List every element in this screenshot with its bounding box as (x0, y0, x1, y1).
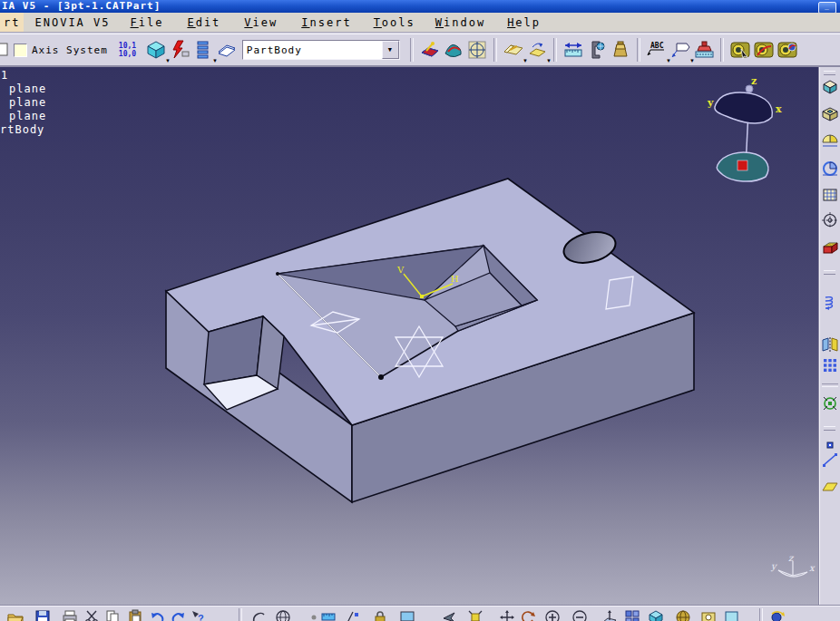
zoom-in-icon[interactable] (544, 609, 561, 621)
magnifier-icon[interactable] (724, 609, 740, 621)
wireframe-icon[interactable] (250, 609, 267, 621)
menu-edit[interactable]: Edit (183, 13, 224, 32)
compass-y-label: y (707, 97, 714, 109)
turntable-icon[interactable] (769, 609, 786, 621)
toolbar-separator (822, 383, 838, 387)
axis-system-checkbox[interactable] (14, 44, 27, 57)
triad-y-label: y (770, 561, 777, 572)
axis-system-label: Axis System (32, 44, 108, 56)
compass-upper-fan[interactable] (715, 92, 772, 123)
hole-icon[interactable] (821, 186, 839, 204)
clipped-icon (0, 39, 5, 61)
axis-snap-icon[interactable] (345, 609, 361, 621)
fly-mode-icon[interactable] (442, 609, 458, 621)
menu-window[interactable]: Window (432, 13, 489, 32)
shaft-icon[interactable] (821, 132, 839, 150)
render-tool-1-icon[interactable] (729, 39, 751, 61)
context-help-icon[interactable]: ? (190, 609, 207, 621)
toolbar-separator (553, 38, 557, 62)
paste-icon[interactable] (127, 609, 143, 621)
print-icon[interactable] (62, 609, 78, 621)
menu-tools[interactable]: Tools (370, 13, 419, 32)
globe-icon[interactable] (275, 609, 291, 621)
render-tool-2-icon[interactable] (753, 39, 775, 61)
specification-list-icon[interactable]: ▼ (192, 39, 214, 61)
render-tool-3-icon[interactable] (777, 39, 798, 61)
save-icon[interactable] (34, 609, 51, 621)
catalog-browser-icon[interactable] (216, 39, 238, 61)
screen-icon[interactable] (399, 609, 415, 621)
measure-item-icon[interactable] (586, 39, 608, 61)
units-display-icon[interactable]: 10,1 10,0 (119, 42, 141, 58)
menu-help[interactable]: Help (503, 13, 544, 32)
redo-icon[interactable] (170, 609, 186, 621)
svg-text:?: ? (198, 613, 204, 621)
helix-icon[interactable] (821, 294, 839, 312)
part-model[interactable]: V H z y x z y x (0, 67, 840, 606)
render-style-icon[interactable] (675, 609, 691, 621)
viewport-3d[interactable]: 1 plane plane plane rtBody (0, 67, 840, 606)
surfaces-icon[interactable] (443, 39, 464, 61)
menu-view[interactable]: View (240, 13, 281, 32)
menu-start-partial[interactable]: rt (0, 13, 24, 32)
main-toolbar: Axis System 10,1 10,0 ▼ ▼ PartBody ▼ ▼ ▼ (0, 34, 840, 67)
rectangular-pattern-icon[interactable] (821, 356, 839, 374)
lock-icon[interactable] (372, 609, 388, 621)
fit-all-in-icon[interactable] (467, 609, 483, 621)
plane-note-arrow-icon[interactable]: ▼ (526, 39, 548, 61)
scaling-icon[interactable] (821, 394, 839, 412)
multi-view-icon[interactable] (624, 609, 640, 621)
measure-between-icon[interactable] (562, 39, 584, 61)
toolbar-handle[interactable] (824, 426, 835, 431)
sketcher-icon[interactable] (419, 39, 441, 61)
plane-note-icon[interactable]: ▼ (503, 39, 524, 61)
pocket-icon[interactable] (821, 105, 839, 123)
menu-file[interactable]: File (127, 13, 168, 32)
menu-enovia-v5[interactable]: ENOVIA V5 (31, 13, 113, 32)
open-icon[interactable] (7, 609, 24, 621)
axis-triad: z y x (770, 553, 816, 577)
stamp-icon[interactable] (693, 39, 715, 61)
axis-h-label: H (451, 274, 459, 284)
toolbar-handle[interactable] (824, 270, 835, 275)
rib-icon[interactable] (821, 238, 839, 257)
title-bar[interactable]: IA V5 - [3pt-1.CATPart] _ (0, 0, 840, 13)
copy-icon[interactable] (104, 609, 121, 621)
groove-icon[interactable] (821, 160, 839, 178)
flag-note-icon[interactable]: ▼ (669, 39, 691, 61)
mass-properties-icon[interactable] (610, 39, 631, 61)
normal-view-icon[interactable] (601, 609, 618, 621)
toolbar-separator (720, 38, 724, 62)
update-icon[interactable] (169, 39, 190, 61)
menu-insert[interactable]: Insert (298, 13, 355, 32)
sketch-endpoint[interactable] (378, 374, 384, 380)
plane-icon[interactable] (821, 478, 839, 496)
pad-icon[interactable] (821, 78, 839, 96)
toolbar-separator (759, 608, 763, 621)
line-icon[interactable] (821, 451, 839, 469)
ruler-icon[interactable] (320, 609, 337, 621)
mirror-icon[interactable] (821, 335, 839, 354)
cut-icon[interactable] (83, 609, 100, 621)
rotate-icon[interactable] (520, 609, 536, 621)
sketch-startpoint[interactable] (276, 272, 279, 276)
hide-show-icon[interactable] (700, 609, 717, 621)
circular-reference-icon[interactable] (821, 211, 839, 229)
pan-icon[interactable] (499, 609, 515, 621)
svg-text:ABC: ABC (650, 42, 664, 50)
generative-shape-icon[interactable] (466, 39, 488, 61)
partbody-combobox[interactable]: PartBody ▼ (242, 40, 400, 60)
zoom-out-icon[interactable] (571, 609, 588, 621)
undo-icon[interactable] (150, 609, 166, 621)
menu-bar: rt ENOVIA V5 File Edit View Insert Tools… (0, 13, 840, 33)
toolbar-separator (410, 38, 414, 62)
isometric-view-icon[interactable]: ▼ (145, 39, 167, 61)
toolbar-separator (637, 38, 640, 62)
combobox-dropdown-button[interactable]: ▼ (382, 41, 399, 59)
iso-view-icon[interactable] (648, 609, 664, 621)
toolbar-handle[interactable] (824, 71, 835, 75)
window-title: IA V5 - [3pt-1.CATPart] (2, 0, 161, 12)
text-annotation-icon[interactable]: ABC ▼ (646, 39, 668, 61)
compass[interactable]: z y x (707, 75, 782, 181)
compass-handle[interactable] (737, 160, 747, 170)
